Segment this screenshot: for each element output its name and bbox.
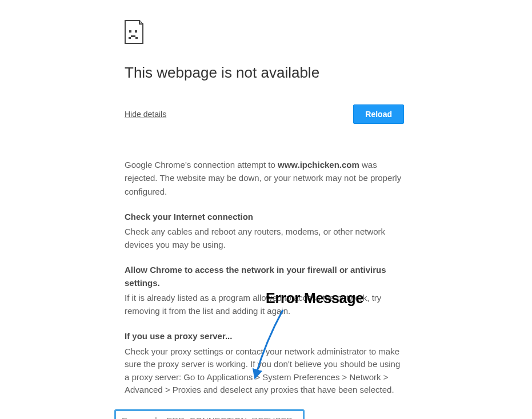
svg-rect-5 xyxy=(139,21,141,22)
hide-details-link[interactable]: Hide details xyxy=(125,110,166,119)
help-section-firewall: Allow Chrome to access the network in yo… xyxy=(125,264,404,317)
svg-rect-6 xyxy=(142,23,143,24)
page-title: This webpage is not available xyxy=(125,64,404,82)
sad-document-icon xyxy=(125,20,404,44)
svg-rect-1 xyxy=(135,30,137,33)
help-heading: Check your Internet connection xyxy=(125,211,404,224)
reload-button[interactable]: Reload xyxy=(353,104,404,124)
help-heading: Allow Chrome to access the network in yo… xyxy=(125,264,404,289)
help-body: Check your proxy settings or contact you… xyxy=(125,345,404,397)
svg-rect-2 xyxy=(129,37,131,39)
intro-domain: www.ipchicken.com xyxy=(278,160,359,170)
error-page-container: This webpage is not available Hide detai… xyxy=(0,0,469,419)
intro-prefix: Google Chrome's connection attempt to xyxy=(125,160,278,170)
svg-rect-3 xyxy=(131,35,135,37)
help-body: Check any cables and reboot any routers,… xyxy=(125,225,404,251)
error-code: Error code: ERR_CONNECTION_REFUSED xyxy=(114,409,305,419)
help-heading: If you use a proxy server... xyxy=(125,330,404,343)
svg-rect-0 xyxy=(129,30,131,33)
action-row: Hide details Reload xyxy=(125,104,404,124)
help-section-proxy: If you use a proxy server... Check your … xyxy=(125,330,404,397)
help-body: If it is already listed as a program all… xyxy=(125,292,404,317)
svg-rect-4 xyxy=(135,37,138,39)
svg-rect-7 xyxy=(141,22,142,23)
intro-paragraph: Google Chrome's connection attempt to ww… xyxy=(125,158,404,198)
help-section-connection: Check your Internet connection Check any… xyxy=(125,211,404,252)
